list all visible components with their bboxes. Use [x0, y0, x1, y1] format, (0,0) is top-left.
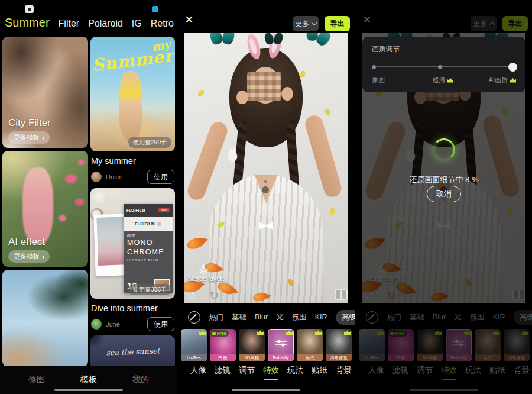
tab-adjust[interactable]: 调节 — [239, 365, 255, 376]
flower-decoration — [157, 222, 161, 226]
photo-canvas[interactable]: Merge layers — [184, 33, 348, 303]
bottom-tab-templates[interactable]: 模板 — [80, 374, 97, 385]
tab-background[interactable]: 背景 — [336, 365, 352, 376]
quality-slider[interactable] — [372, 63, 516, 72]
close-icon[interactable]: × — [185, 12, 193, 27]
export-button[interactable]: 导出 — [325, 16, 350, 31]
tab-polaroid[interactable]: Polaroid — [88, 18, 123, 29]
template-preview-image[interactable]: my Summer ♡ 使用量290千 — [90, 37, 175, 151]
tab-summer[interactable]: Summer — [5, 16, 50, 30]
butterfly-sticker — [265, 33, 283, 44]
petal-sticker — [299, 70, 307, 79]
tab-retro[interactable]: Retro — [151, 18, 174, 29]
template-card-palms[interactable] — [2, 270, 88, 367]
film-name-line1: MONO — [127, 238, 169, 247]
merge-layers-button[interactable]: Merge layers — [188, 264, 226, 282]
editor-bottom-tabs: 人像 滤镜 调节 特效 玩法 贴纸 背景 — [190, 365, 352, 376]
no-effect-icon[interactable] — [188, 311, 200, 324]
bottom-tab-mine[interactable]: 我的 — [132, 374, 149, 385]
option-hd-label: 超清 — [432, 76, 445, 85]
slider-stop-hd[interactable] — [438, 65, 442, 69]
template-card-ai-effect[interactable]: AI effect 更多模板 › — [2, 151, 88, 267]
option-ai-quality[interactable]: AI画质 — [489, 76, 516, 85]
template-preview-image[interactable]: FUJIFILM mini FUJIFILM mini MONO CHROME … — [90, 188, 175, 299]
template-card-my-summer[interactable]: my Summer ♡ 使用量290千 My summer Dniee 使用 — [90, 37, 175, 184]
quality-adjust-dialog: 画质调节 原图 超清 AI画质 — [362, 37, 525, 92]
more-templates-label: 更多模板 — [14, 133, 40, 142]
gallery-column-left: City Filter 更多模板 › AI effect 更多模板 › — [2, 37, 88, 370]
more-templates-button[interactable]: 更多模板 › — [8, 131, 50, 144]
template-card-dive-into-summer[interactable]: FUJIFILM mini FUJIFILM mini MONO CHROME … — [90, 188, 175, 331]
category-atmosphere[interactable]: 氛围 — [292, 312, 307, 322]
gallery-column-right: my Summer ♡ 使用量290千 My summer Dniee 使用 — [90, 37, 175, 373]
category-kir[interactable]: KIR — [315, 313, 327, 321]
template-card-city-filter[interactable]: City Filter 更多模板 › — [2, 37, 88, 148]
category-advanced-edit[interactable]: 高级编辑 — [336, 310, 355, 325]
merge-layers-label: Merge layers — [188, 275, 226, 282]
filter-label: Lo-Res — [181, 354, 207, 361]
template-card-sunset[interactable]: sea the sunset — [90, 335, 175, 370]
home-indicator[interactable] — [232, 389, 300, 391]
filter-label: 白嫩 — [210, 354, 236, 361]
tab-filters[interactable]: 滤镜 — [215, 365, 231, 376]
template-info: My summer Dniee 使用 — [90, 151, 175, 184]
more-templates-button[interactable]: 更多模板 › — [8, 250, 50, 263]
redo-icon[interactable]: ↻ — [209, 289, 219, 302]
petal-sticker — [329, 207, 335, 215]
category-blur[interactable]: Blur — [255, 313, 268, 321]
filter-thumb-6[interactable]: 清晰修复 — [326, 329, 352, 361]
filter-label: 蒸汽 — [297, 354, 323, 361]
goldfish-sticker — [186, 236, 206, 251]
subject-hand — [236, 91, 248, 104]
slider-stop-original[interactable] — [372, 65, 376, 69]
category-light[interactable]: 光 — [276, 312, 284, 322]
filter-thumb-2[interactable]: Free 白嫩 — [210, 329, 236, 361]
butterfly-sticker — [210, 33, 234, 44]
category-hot[interactable]: 热门 — [209, 312, 223, 322]
filter-thumb-3[interactable]: 3D风格 — [239, 329, 265, 361]
home-indicator[interactable] — [54, 389, 123, 391]
compare-before-after-icon[interactable] — [335, 289, 348, 302]
template-info: Dive into summer June 使用 — [90, 299, 175, 331]
category-basic[interactable]: 基础 — [232, 312, 246, 322]
heart-sticker: ♡ — [95, 116, 106, 128]
butterfly-sticker — [304, 33, 332, 47]
subject-arm — [185, 120, 229, 202]
tab-ig[interactable]: IG — [132, 18, 142, 29]
cancel-button[interactable]: 取消 — [427, 186, 461, 202]
usage-count-badge: 使用量290千 — [128, 137, 171, 148]
chevron-right-icon: › — [42, 253, 44, 260]
merge-layers-icon — [197, 264, 209, 274]
film-box: FUJIFILM mini FUJIFILM mini MONO CHROME … — [124, 204, 173, 293]
more-button[interactable]: 更多 — [293, 16, 319, 31]
petal-sticker — [323, 108, 331, 117]
film-mini-badge: mini — [158, 208, 170, 212]
template-title: My summer — [91, 156, 174, 166]
gallery-tabs: Summer Filter Polaroid IG Retro Trending — [5, 16, 177, 30]
option-original[interactable]: 原图 — [372, 76, 385, 85]
face-mosaic-blur — [247, 72, 281, 101]
tab-play[interactable]: 玩法 — [287, 365, 303, 376]
tab-portrait[interactable]: 人像 — [190, 365, 206, 376]
petal-sticker — [197, 89, 205, 98]
filter-thumb-butterfly-selected[interactable]: Butterfly — [268, 329, 294, 361]
film-mini-label: mini — [127, 233, 169, 237]
option-hd[interactable]: 超清 — [432, 76, 453, 85]
filter-thumb-5[interactable]: 蒸汽 — [297, 329, 323, 361]
tab-filter[interactable]: Filter — [59, 18, 80, 29]
undo-icon[interactable]: ↺ — [187, 289, 196, 302]
film-name-line2: CHROME — [127, 248, 169, 256]
slider-thumb-ai-quality[interactable] — [508, 63, 517, 72]
crown-icon — [447, 78, 453, 83]
use-template-button[interactable]: 使用 — [147, 170, 174, 184]
adjust-sliders-icon — [274, 338, 288, 350]
filter-thumb-lo-res[interactable]: Lo-Res — [181, 329, 207, 361]
camera-status-icon — [25, 5, 34, 13]
tab-effects[interactable]: 特效 — [263, 365, 279, 376]
use-template-button[interactable]: 使用 — [147, 317, 174, 331]
bottom-tab-edit[interactable]: 修图 — [28, 374, 45, 385]
crown-icon — [344, 330, 351, 335]
tab-stickers[interactable]: 贴纸 — [312, 365, 327, 376]
shell-decoration — [93, 190, 108, 205]
crown-icon — [315, 330, 322, 335]
